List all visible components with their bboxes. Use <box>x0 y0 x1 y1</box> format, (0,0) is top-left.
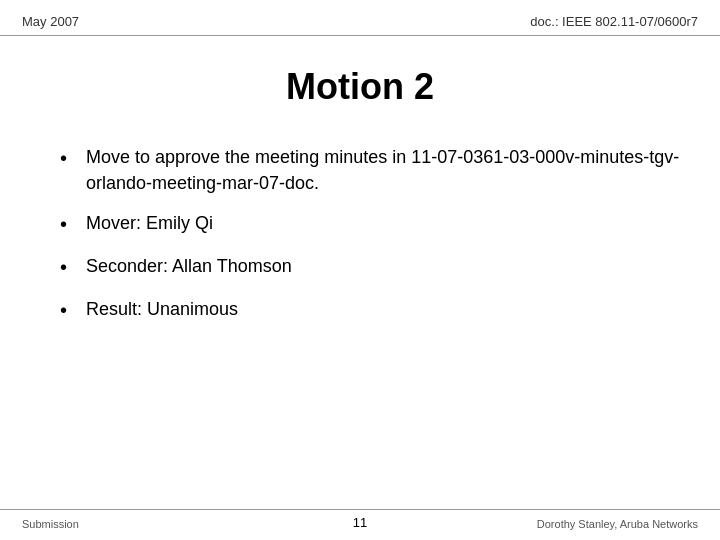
bullet-text: Result: Unanimous <box>86 296 680 322</box>
list-item: •Result: Unanimous <box>60 296 680 325</box>
bullet-text: Mover: Emily Qi <box>86 210 680 236</box>
bullet-dot: • <box>60 144 82 173</box>
list-item: •Mover: Emily Qi <box>60 210 680 239</box>
bullet-dot: • <box>60 210 82 239</box>
slide: May 2007 doc.: IEEE 802.11-07/0600r7 Mot… <box>0 0 720 540</box>
footer: Submission 11 Dorothy Stanley, Aruba Net… <box>0 509 720 540</box>
main-content: Motion 2 •Move to approve the meeting mi… <box>0 36 720 509</box>
bullet-dot: • <box>60 253 82 282</box>
bullet-text: Move to approve the meeting minutes in 1… <box>86 144 680 196</box>
header-doc: doc.: IEEE 802.11-07/0600r7 <box>530 14 698 29</box>
header-date: May 2007 <box>22 14 79 29</box>
list-item: •Move to approve the meeting minutes in … <box>60 144 680 196</box>
bullet-dot: • <box>60 296 82 325</box>
footer-submission: Submission <box>22 518 79 530</box>
bullet-list: •Move to approve the meeting minutes in … <box>60 144 680 339</box>
slide-title: Motion 2 <box>40 66 680 108</box>
footer-page-number: 11 <box>353 515 367 530</box>
bullet-text: Seconder: Allan Thomson <box>86 253 680 279</box>
header: May 2007 doc.: IEEE 802.11-07/0600r7 <box>0 0 720 36</box>
list-item: •Seconder: Allan Thomson <box>60 253 680 282</box>
footer-author: Dorothy Stanley, Aruba Networks <box>537 518 698 530</box>
